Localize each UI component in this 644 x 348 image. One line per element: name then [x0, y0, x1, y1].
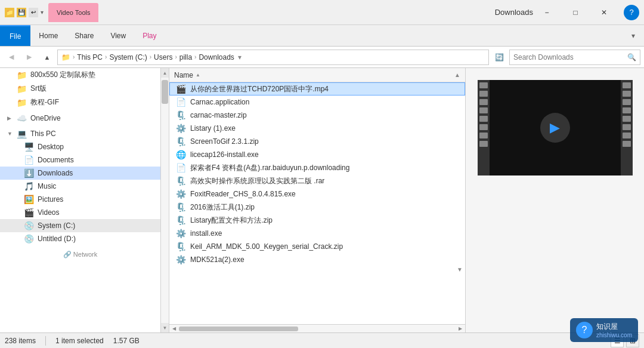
file-name: MDK521a(2).exe	[190, 255, 244, 264]
file-item[interactable]: 📄 Carnac.application	[169, 96, 465, 109]
preview-panel: ▶	[465, 68, 644, 332]
file-name: 2016激活工具(1).zip	[190, 202, 255, 213]
drive-d-icon: 💿	[24, 234, 34, 244]
search-box[interactable]: 🔍	[509, 50, 640, 65]
sidebar-item-label: Documents	[38, 156, 74, 164]
file-name: carnac-master.zip	[190, 111, 247, 119]
film-hole	[623, 116, 631, 122]
video-preview[interactable]: ▶	[478, 80, 633, 175]
file-type-icon: 🗜️	[175, 242, 187, 251]
file-item[interactable]: 🗜️ carnac-master.zip	[169, 109, 465, 122]
sidebar-item-label: System (C:)	[38, 221, 75, 230]
refresh-button[interactable]: 🔄	[491, 50, 507, 65]
ribbon-expand-icon[interactable]: ▾	[627, 30, 639, 42]
path-this-pc[interactable]: This PC	[77, 53, 103, 61]
file-item[interactable]: 📄 探索者F4 资料盘(A盘).rar.baiduyun.p.downloadi…	[169, 161, 465, 174]
sidebar-item-downloads[interactable]: ⬇️ Downloads	[0, 167, 160, 180]
scroll-thumb[interactable]	[162, 80, 168, 104]
file-item[interactable]: 🗜️ Listary配置文件和方法.zip	[169, 214, 465, 227]
file-type-icon: 🎬	[175, 84, 187, 94]
desktop-icon: 🖥️	[24, 142, 34, 152]
search-input[interactable]	[513, 53, 625, 61]
address-path[interactable]: 📁 › This PC › System (C:) › Users › pill…	[57, 50, 489, 65]
sidebar-item-thispc[interactable]: ▼ 💻 This PC	[0, 127, 160, 140]
scroll-down-btn[interactable]: ▼	[161, 323, 169, 332]
scroll-down-icon[interactable]: ▼	[457, 266, 463, 273]
file-type-icon: 🗜️	[175, 110, 187, 120]
file-item[interactable]: 🗜️ 高效实时操作系统原理以及实践第二版 .rar	[169, 174, 465, 187]
sidebar-item-label: Untitled (D:)	[38, 235, 76, 243]
sidebar-item-pictures[interactable]: 🖼️ Pictures	[0, 193, 160, 206]
path-dropdown-arrow[interactable]: ▾	[237, 53, 243, 61]
tab-share[interactable]: Share	[66, 25, 102, 46]
play-button[interactable]: ▶	[540, 113, 570, 143]
path-downloads[interactable]: Downloads	[199, 53, 234, 61]
film-strip-right	[621, 80, 633, 175]
file-item[interactable]: ⚙️ FoxitReader_CHS_8.0.4.815.exe	[169, 187, 465, 201]
back-button: ◀	[4, 50, 19, 65]
path-users[interactable]: Users	[154, 53, 172, 61]
sidebar-item-srt[interactable]: 📁 Srt版	[0, 82, 160, 96]
film-hole	[479, 91, 488, 97]
path-system-c[interactable]: System (C:)	[109, 53, 147, 61]
sidebar-item-label: 教程-GIF	[30, 97, 59, 107]
path-pilla[interactable]: pilla	[179, 53, 192, 61]
sidebar-item-onedrive[interactable]: ▶ ☁️ OneDrive	[0, 112, 160, 125]
sidebar: 📁 800x550 定制鼠标垫 📁 Srt版 📁 教程-GIF ▶ ☁️ One…	[0, 68, 161, 332]
sidebar-item-music[interactable]: 🎵 Music	[0, 180, 160, 193]
h-scroll-thumb[interactable]	[179, 327, 298, 331]
file-list-header: Name ▲ ▲	[169, 68, 465, 82]
sidebar-item-videos[interactable]: 🎬 Videos	[0, 206, 160, 219]
film-hole	[623, 124, 631, 130]
h-scroll-right[interactable]: ▶	[456, 325, 465, 333]
film-hole	[623, 141, 631, 147]
h-scrollbar[interactable]: ◀ ▶	[169, 324, 465, 332]
sidebar-item-label: 800x550 定制鼠标垫	[30, 70, 95, 80]
tab-view[interactable]: View	[102, 25, 134, 46]
file-item[interactable]: 🗜️ ScreenToGif 2.3.1.zip	[169, 135, 465, 148]
pictures-icon: 🖼️	[24, 195, 34, 204]
film-hole	[623, 91, 631, 97]
sidebar-item-label: Music	[38, 182, 56, 190]
scroll-up-btn[interactable]: ▲	[161, 68, 169, 78]
sidebar-item-system-c[interactable]: 💿 System (C:)	[0, 219, 160, 232]
close-button[interactable]: ✕	[590, 3, 618, 22]
tab-file[interactable]: File	[0, 25, 30, 46]
help-button[interactable]: ?	[624, 5, 639, 20]
sidebar-item-gif[interactable]: 📁 教程-GIF	[0, 96, 160, 109]
file-item[interactable]: ⚙️ install.exe	[169, 227, 465, 240]
sidebar-item-documents[interactable]: 📄 Documents	[0, 153, 160, 167]
tab-play[interactable]: Play	[134, 25, 165, 46]
file-item[interactable]: ⚙️ MDK521a(2).exe	[169, 253, 465, 266]
file-name: licecap126-install.exe	[190, 150, 259, 159]
sidebar-item-untitled-d[interactable]: 💿 Untitled (D:)	[0, 232, 160, 245]
up-button[interactable]: ▲	[39, 50, 55, 65]
film-hole	[479, 116, 488, 122]
maximize-button[interactable]: □	[562, 3, 589, 22]
film-hole	[479, 82, 488, 88]
column-name[interactable]: Name ▲	[174, 71, 454, 79]
qat-dropdown[interactable]: ▾	[41, 9, 44, 16]
minimize-button[interactable]: −	[533, 3, 561, 22]
undo-icon: ↩	[29, 8, 38, 17]
sidebar-item-label: Pictures	[38, 195, 63, 204]
file-item[interactable]: 🌐 licecap126-install.exe	[169, 148, 465, 161]
sidebar-scrollbar[interactable]: ▲ ▼	[161, 68, 169, 332]
video-tools-tab[interactable]: Video Tools	[48, 3, 98, 22]
film-hole	[479, 99, 488, 105]
film-hole	[479, 107, 488, 113]
film-hole	[623, 133, 631, 138]
list-scroll-up[interactable]: ▲	[454, 72, 460, 78]
sidebar-item-800x550[interactable]: 📁 800x550 定制鼠标垫	[0, 68, 160, 82]
file-item[interactable]: ⚙️ Listary (1).exe	[169, 122, 465, 135]
ribbon: File Home Share View Play ▾	[0, 25, 644, 47]
file-item[interactable]: 🎬 从你的全世界路过TCHD720P国语中字.mp4	[169, 82, 465, 96]
file-item[interactable]: 🗜️ Keil_ARM_MDK_5.00_Keygen_serial_Crack…	[169, 240, 465, 253]
tab-home[interactable]: Home	[30, 25, 66, 46]
file-item[interactable]: 🗜️ 2016激活工具(1).zip	[169, 201, 465, 214]
h-scroll-left[interactable]: ◀	[169, 325, 179, 333]
sidebar-item-desktop[interactable]: 🖥️ Desktop	[0, 140, 160, 153]
sidebar-item-label: OneDrive	[30, 114, 61, 122]
videos-icon: 🎬	[24, 208, 34, 217]
file-type-icon: ⚙️	[175, 124, 187, 133]
